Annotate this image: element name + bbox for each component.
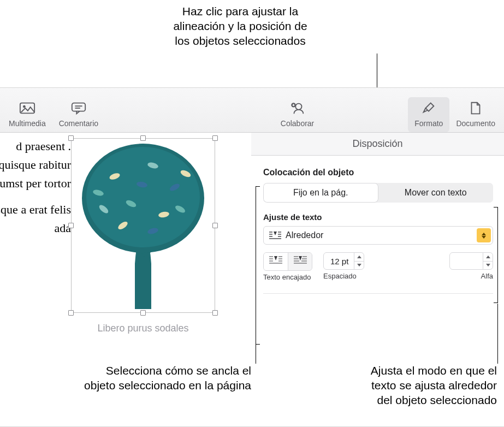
stepper-up-button[interactable] (354, 253, 364, 261)
paragraph: d praesent . quisque rabitur dictumst pe… (0, 137, 71, 193)
svg-point-9 (86, 147, 200, 247)
fit-contour-icon (294, 256, 307, 268)
fit-contour-button[interactable] (288, 253, 312, 270)
svg-rect-7 (138, 264, 149, 309)
segment-label: Mover con texto (405, 188, 467, 197)
toolbar: Multimedia Comentario Colaborar Formato (0, 88, 504, 133)
spacing-value: 12 pt (324, 257, 354, 266)
alpha-label: Alfa (481, 272, 493, 280)
svg-point-1 (23, 105, 26, 108)
resize-handle[interactable] (68, 223, 74, 228)
toolbar-label: Comentario (59, 119, 98, 128)
text-wrap-title: Ajuste de texto (263, 212, 493, 222)
callout-right-line (497, 304, 498, 364)
toolbar-comment-button[interactable]: Comentario (52, 97, 105, 132)
placement-fixed-button[interactable]: Fijo en la pág. (263, 183, 378, 203)
resize-handle[interactable] (140, 135, 146, 141)
tree-image (71, 138, 215, 313)
divider (263, 293, 493, 294)
callout-right-bracket (494, 207, 498, 303)
text-wrap-popup[interactable]: Alrededor (263, 226, 493, 245)
text-wrap-value: Alrededor (286, 230, 323, 240)
toolbar-label: Formato (414, 119, 443, 128)
resize-handle[interactable] (212, 135, 218, 141)
format-brush-icon (420, 100, 437, 117)
toolbar-multimedia-button[interactable]: Multimedia (2, 97, 52, 132)
callout-top: Haz clic para ajustar laalineación y la … (137, 4, 344, 49)
alpha-stepper[interactable] (449, 252, 493, 270)
stepper-down-button[interactable] (354, 261, 364, 270)
wrap-around-icon (269, 231, 281, 240)
callout-left-text: Selecciona cómo se ancla elobjeto selecc… (84, 364, 251, 392)
toolbar-format-button[interactable]: Formato (408, 97, 449, 132)
inspector-tab-label: Disposición (352, 138, 402, 150)
callout-left-bracket (256, 186, 260, 345)
callout-right-text: Ajusta el modo en que eltexto se ajusta … (371, 364, 497, 406)
stepper-down-button[interactable] (483, 261, 493, 270)
resize-handle[interactable] (68, 310, 74, 316)
fit-rect-button[interactable] (264, 253, 288, 270)
object-placement-title: Colocación del objeto (263, 168, 493, 177)
callout-left-line (256, 344, 256, 364)
selected-object[interactable] (71, 138, 215, 313)
resize-handle[interactable] (68, 135, 74, 141)
callout-top-text: Haz clic para ajustar laalineación y la … (173, 5, 307, 47)
fit-rect-icon (269, 256, 282, 268)
document-icon (467, 100, 484, 117)
body-text: d praesent . quisque rabitur dictumst pe… (0, 137, 71, 245)
text-fit-label: Texto encajado (263, 273, 311, 281)
resize-handle[interactable] (212, 310, 218, 316)
toolbar-document-button[interactable]: Documento (449, 97, 502, 132)
image-caption[interactable]: Libero purus sodales (71, 323, 215, 334)
callout-right: Ajusta el modo en que eltexto se ajusta … (289, 364, 497, 408)
toolbar-collaborate-button[interactable]: Colaborar (274, 97, 321, 132)
collaborate-icon (289, 100, 306, 117)
svg-rect-2 (72, 103, 85, 111)
toolbar-label: Documento (456, 119, 495, 128)
text-fit-segment (263, 252, 312, 271)
svg-point-5 (295, 104, 301, 110)
popup-chevron-icon (477, 228, 491, 242)
resize-handle[interactable] (140, 310, 146, 316)
toolbar-label: Colaborar (281, 119, 314, 128)
callout-left: Selecciona cómo se ancla elobjeto selecc… (11, 364, 251, 393)
segment-label: Fijo en la pág. (293, 188, 348, 197)
caption-text: Libero purus sodales (97, 323, 188, 334)
toolbar-label: Multimedia (9, 119, 46, 128)
comment-icon (70, 100, 87, 117)
inspector-tab-arrange[interactable]: Disposición (251, 133, 504, 156)
image-icon (19, 100, 35, 117)
stepper-up-button[interactable] (483, 253, 493, 261)
resize-handle[interactable] (212, 223, 218, 228)
callout-top-line (377, 54, 377, 88)
spacing-stepper[interactable]: 12 pt (323, 252, 364, 270)
placement-move-with-text-button[interactable]: Mover con texto (378, 183, 494, 203)
spacing-label: Espaciado (323, 272, 357, 280)
paragraph: esque a erat felis ada (0, 200, 71, 238)
object-placement-segment: Fijo en la pág. Mover con texto (263, 183, 493, 203)
